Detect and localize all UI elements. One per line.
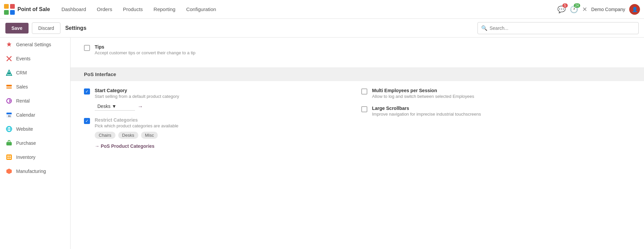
- sidebar: General Settings Events CRM Sales Rental: [0, 38, 71, 249]
- general-settings-icon: [5, 41, 13, 48]
- sidebar-item-crm[interactable]: CRM: [0, 66, 70, 80]
- svg-rect-13: [6, 113, 12, 114]
- sidebar-item-rental[interactable]: Rental: [0, 94, 70, 108]
- nav-reporting[interactable]: Reporting: [149, 4, 180, 15]
- nav-dashboard[interactable]: Dashboard: [57, 4, 91, 15]
- restrict-categories-label: Restrict Categories: [95, 117, 178, 123]
- external-link-icon[interactable]: →: [138, 104, 143, 110]
- svg-rect-19: [6, 154, 12, 160]
- start-category-value: Desks: [97, 104, 110, 109]
- svg-rect-20: [7, 155, 9, 157]
- sidebar-label-manufacturing: Manufacturing: [16, 169, 46, 174]
- sidebar-item-inventory[interactable]: Inventory: [0, 150, 70, 164]
- crm-icon: [5, 69, 13, 76]
- sidebar-label-crm: CRM: [16, 70, 27, 75]
- sidebar-label-website: Website: [16, 126, 33, 132]
- app-logo[interactable]: Point of Sale: [4, 4, 50, 15]
- nav-products[interactable]: Products: [118, 4, 147, 15]
- large-scrollbars-desc: Improve navigation for imprecise industr…: [372, 112, 481, 117]
- close-icon[interactable]: ✕: [582, 6, 587, 13]
- topnav-right: 💬 5 🕐 24 ✕ Demo Company 👤: [557, 4, 640, 15]
- search-icon: 🔍: [481, 25, 488, 31]
- sidebar-item-calendar[interactable]: 31 Calendar: [0, 108, 70, 122]
- sidebar-item-website[interactable]: Website: [0, 122, 70, 136]
- rental-icon: [5, 97, 13, 105]
- right-col: Multi Employees per Session Allow to log…: [361, 88, 631, 155]
- svg-text:31: 31: [8, 115, 11, 117]
- multi-employees-checkbox[interactable]: [361, 88, 367, 95]
- messages-button[interactable]: 💬 5: [557, 5, 566, 13]
- tips-row: Tips Accept customer tips or convert the…: [84, 44, 631, 61]
- multi-employees-row: Multi Employees per Session Allow to log…: [361, 88, 631, 99]
- tips-desc: Accept customer tips or convert their ch…: [95, 50, 195, 55]
- svg-rect-0: [4, 4, 9, 9]
- nav-menu: Dashboard Orders Products Reporting Conf…: [57, 4, 557, 15]
- pos-product-categories-link-row: → PoS Product Categories: [95, 143, 178, 149]
- restrict-categories-row: Restrict Categories Pick which product c…: [84, 117, 353, 149]
- discard-button[interactable]: Discard: [32, 22, 60, 34]
- svg-marker-24: [6, 169, 12, 174]
- pos-interface-section: Start Category Start selling from a defa…: [71, 81, 644, 162]
- svg-rect-3: [10, 10, 15, 15]
- left-col: Start Category Start selling from a defa…: [84, 88, 353, 155]
- company-name: Demo Company: [591, 7, 625, 12]
- main-layout: General Settings Events CRM Sales Rental: [0, 38, 644, 249]
- tips-field: Tips Accept customer tips or convert the…: [95, 44, 195, 55]
- pos-product-categories-link[interactable]: → PoS Product Categories: [95, 143, 154, 149]
- restrict-categories-checkbox[interactable]: [84, 118, 90, 124]
- large-scrollbars-label: Large Scrollbars: [372, 106, 481, 111]
- top-navigation: Point of Sale Dashboard Orders Products …: [0, 0, 644, 19]
- purchase-icon: [5, 139, 13, 147]
- sidebar-label-inventory: Inventory: [16, 154, 36, 160]
- logo-icon: [4, 4, 15, 15]
- tips-checkbox[interactable]: [84, 45, 90, 51]
- app-title: Point of Sale: [17, 6, 50, 12]
- restrict-categories-field: Restrict Categories Pick which product c…: [95, 117, 178, 149]
- website-icon: [5, 125, 13, 133]
- multi-employees-desc: Allow to log and switch between selected…: [372, 94, 474, 99]
- calendar-icon: 31: [5, 111, 13, 119]
- sidebar-label-sales: Sales: [16, 84, 28, 89]
- tag-desks[interactable]: Desks: [118, 132, 138, 139]
- tag-misc[interactable]: Misc: [141, 132, 158, 139]
- page-title: Settings: [65, 25, 86, 31]
- svg-rect-22: [7, 158, 9, 159]
- tips-label: Tips: [95, 44, 195, 50]
- dropdown-arrow-icon: ▼: [112, 104, 117, 109]
- save-button[interactable]: Save: [5, 23, 29, 34]
- start-category-select-wrap: Desks ▼ →: [95, 102, 179, 111]
- search-input[interactable]: [490, 25, 635, 31]
- search-bar: 🔍: [477, 22, 639, 34]
- svg-rect-10: [6, 87, 12, 89]
- tag-chairs[interactable]: Chairs: [95, 132, 116, 139]
- nav-configuration[interactable]: Configuration: [181, 4, 221, 15]
- multi-employees-field: Multi Employees per Session Allow to log…: [372, 88, 474, 99]
- start-category-select[interactable]: Desks ▼: [95, 102, 135, 111]
- sidebar-item-sales[interactable]: Sales: [0, 80, 70, 94]
- large-scrollbars-field: Large Scrollbars Improve navigation for …: [372, 106, 481, 117]
- sales-icon: [5, 83, 13, 90]
- activities-button[interactable]: 🕐 24: [570, 5, 578, 13]
- nav-orders[interactable]: Orders: [92, 4, 117, 15]
- tips-section: Tips Accept customer tips or convert the…: [71, 38, 644, 67]
- sidebar-label-purchase: Purchase: [16, 140, 36, 146]
- start-category-checkbox[interactable]: [84, 88, 90, 95]
- sidebar-item-general-settings[interactable]: General Settings: [0, 38, 70, 52]
- svg-marker-4: [7, 42, 11, 47]
- multi-employees-label: Multi Employees per Session: [372, 88, 474, 93]
- svg-rect-23: [9, 158, 11, 159]
- messages-badge: 5: [562, 3, 568, 8]
- large-scrollbars-checkbox[interactable]: [361, 106, 367, 112]
- inventory-icon: [5, 153, 13, 161]
- start-category-label: Start Category: [95, 88, 179, 93]
- sidebar-item-events[interactable]: Events: [0, 52, 70, 66]
- user-avatar[interactable]: 👤: [629, 4, 640, 15]
- start-category-row: Start Category Start selling from a defa…: [84, 88, 353, 111]
- svg-rect-1: [10, 4, 15, 9]
- start-category-field: Start Category Start selling from a defa…: [95, 88, 179, 111]
- settings-content: Tips Accept customer tips or convert the…: [71, 38, 644, 249]
- sidebar-item-purchase[interactable]: Purchase: [0, 136, 70, 150]
- sidebar-item-manufacturing[interactable]: Manufacturing: [0, 164, 70, 178]
- toolbar: Save Discard Settings 🔍: [0, 19, 644, 38]
- svg-rect-21: [9, 155, 11, 157]
